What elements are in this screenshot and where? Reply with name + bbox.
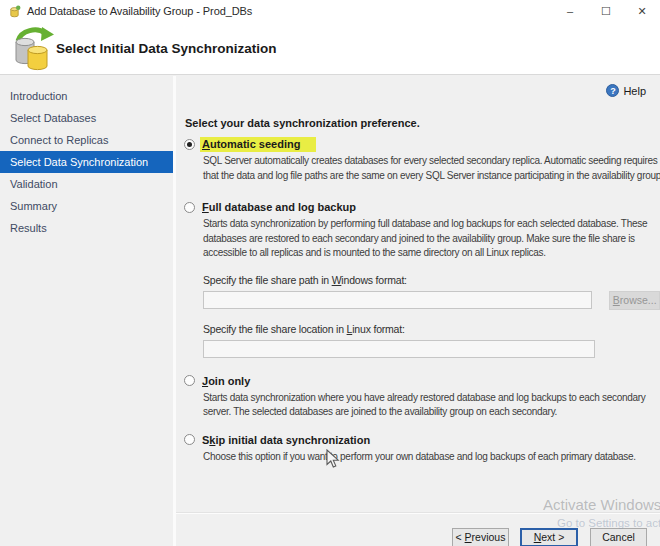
help-icon: ? [606,84,619,97]
content-pane: ? Help Select your data synchronization … [176,76,660,546]
option-automatic-seeding[interactable]: Automatic seeding [184,138,660,150]
sidebar-item-summary[interactable]: Summary [0,195,173,217]
help-label: Help [623,85,646,97]
page-title: Select Initial Data Synchronization [56,41,277,56]
windows-share-input[interactable] [203,291,592,309]
option-join-only[interactable]: Join only [184,375,660,387]
option-skip-sync[interactable]: Skip initial data synchronization [184,434,660,446]
full-backup-description: Starts data synchronization by performin… [203,217,660,261]
close-button[interactable]: ✕ [624,0,660,22]
window-title: Add Database to Availability Group - Pro… [27,5,252,17]
join-only-label: Join only [202,375,250,387]
previous-button[interactable]: < Previous [452,528,509,546]
full-backup-label: Full database and log backup [202,201,356,213]
windows-share-label: Specify the file share path in Windows f… [203,274,660,286]
radio-full-backup[interactable] [184,202,195,213]
wizard-window: Add Database to Availability Group - Pro… [0,0,660,546]
browse-button[interactable]: Browse... [609,291,660,310]
sidebar-item-results[interactable]: Results [0,217,173,239]
wizard-header: Select Initial Data Synchronization [0,22,660,75]
sidebar-item-connect-to-replicas[interactable]: Connect to Replicas [0,129,173,151]
radio-automatic-seeding[interactable] [184,139,195,150]
minimize-button[interactable]: – [552,0,588,22]
automatic-seeding-description: SQL Server automatically creates databas… [203,154,660,183]
wizard-steps-sidebar: Introduction Select Databases Connect to… [0,76,173,546]
maximize-button[interactable]: ☐ [588,0,624,22]
cancel-button[interactable]: Cancel [590,528,647,546]
app-database-icon [8,5,21,18]
radio-join-only[interactable] [184,375,195,386]
skip-sync-description: Choose this option if you want to perfor… [203,450,660,465]
option-full-backup[interactable]: Full database and log backup [184,201,660,213]
footer-divider [176,512,660,514]
radio-skip-sync[interactable] [184,434,195,445]
automatic-seeding-label: Automatic seeding [200,137,316,152]
title-bar: Add Database to Availability Group - Pro… [0,0,660,22]
help-link[interactable]: ? Help [606,84,646,97]
skip-sync-label: Skip initial data synchronization [202,434,370,446]
wizard-body: Introduction Select Databases Connect to… [0,76,660,546]
database-sync-icon [9,25,55,71]
join-only-description: Starts data synchronization where you ha… [203,391,660,420]
preference-heading: Select your data synchronization prefere… [185,117,660,129]
sidebar-item-select-data-synchronization[interactable]: Select Data Synchronization [0,151,173,173]
sidebar-item-validation[interactable]: Validation [0,173,173,195]
linux-share-input[interactable] [203,340,595,358]
sidebar-item-introduction[interactable]: Introduction [0,85,173,107]
next-button[interactable]: Next > [520,528,578,546]
linux-share-label: Specify the file share location in Linux… [203,323,660,335]
sidebar-item-select-databases[interactable]: Select Databases [0,107,173,129]
